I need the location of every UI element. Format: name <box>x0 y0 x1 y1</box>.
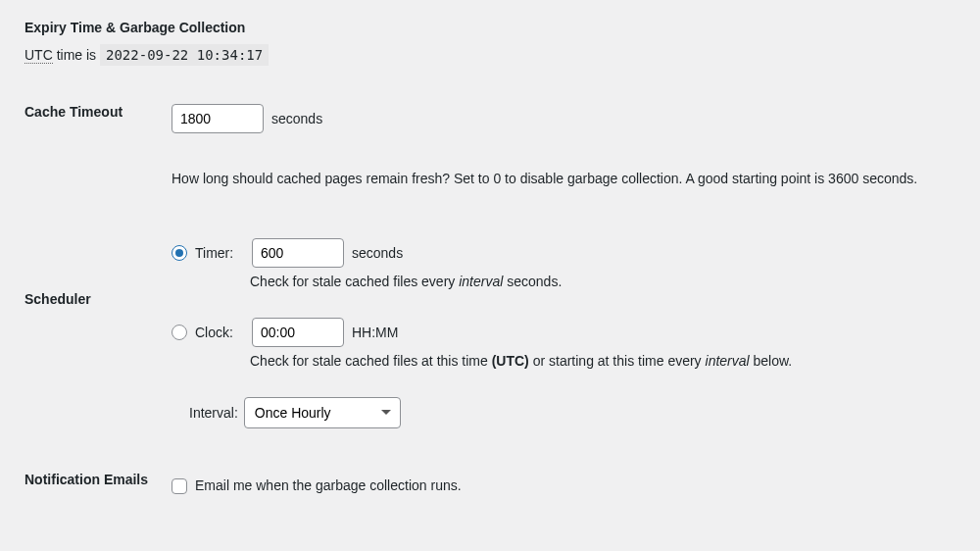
scheduler-label: Scheduler <box>24 203 162 442</box>
clock-desc-mid: or starting at this time every <box>529 353 706 369</box>
notification-label: Notification Emails <box>24 442 162 510</box>
scheduler-timer-radio-label: Timer: <box>195 243 244 264</box>
cache-timeout-label: Cache Timeout <box>24 90 162 203</box>
cache-timeout-unit: seconds <box>271 109 322 129</box>
timer-desc-suffix: seconds. <box>503 274 562 289</box>
clock-desc-em: interval <box>706 353 750 369</box>
scheduler-clock-radio-label: Clock: <box>195 323 244 343</box>
timer-desc-prefix: Check for stale cached files every <box>250 274 459 289</box>
timer-desc-em: interval <box>459 274 503 289</box>
section-title: Expiry Time & Garbage Collection <box>24 20 956 35</box>
cache-timeout-input[interactable] <box>172 104 264 133</box>
notification-email-checkbox[interactable] <box>172 478 187 494</box>
clock-desc-suffix: below. <box>750 353 793 369</box>
utc-time-row: UTC time is 2022-09-22 10:34:17 <box>24 47 956 63</box>
scheduler-clock-radio[interactable] <box>172 325 187 340</box>
utc-timestamp: 2022-09-22 10:34:17 <box>100 44 269 66</box>
utc-acronym: UTC <box>24 47 53 64</box>
clock-desc-bold: (UTC) <box>492 353 529 369</box>
utc-prefix-text: time is <box>53 47 100 63</box>
notification-email-checkbox-label: Email me when the garbage collection run… <box>195 476 462 496</box>
scheduler-timer-input[interactable] <box>252 238 344 268</box>
scheduler-clock-input[interactable] <box>252 318 344 347</box>
scheduler-timer-unit: seconds <box>352 243 403 264</box>
cache-timeout-description: How long should cached pages remain fres… <box>172 169 946 189</box>
scheduler-timer-radio[interactable] <box>172 245 187 261</box>
scheduler-clock-description: Check for stale cached files at this tim… <box>250 351 946 372</box>
scheduler-interval-label: Interval: <box>189 403 238 424</box>
clock-desc-prefix: Check for stale cached files at this tim… <box>250 353 492 369</box>
scheduler-timer-description: Check for stale cached files every inter… <box>250 272 946 292</box>
scheduler-interval-select[interactable]: Once Hourly <box>244 397 401 428</box>
scheduler-clock-unit: HH:MM <box>352 323 398 343</box>
